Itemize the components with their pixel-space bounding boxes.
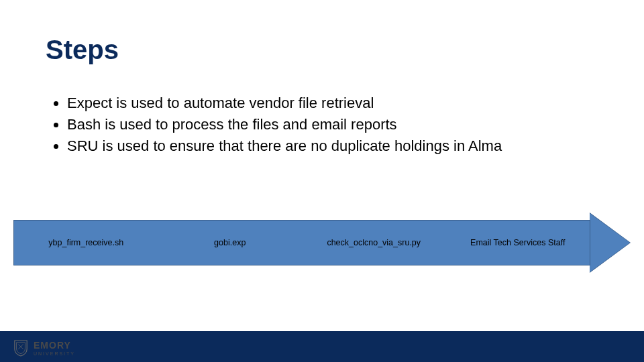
process-arrow: ybp_firm_receive.sh gobi.exp check_oclcn… <box>13 213 631 272</box>
process-step: gobi.exp <box>158 238 303 247</box>
process-step: check_oclcno_via_sru.py <box>302 238 446 247</box>
logo-sub: UNIVERSITY <box>34 351 75 356</box>
bullet-item: Bash is used to process the files and em… <box>67 114 502 135</box>
process-step: Email Tech Services Staff <box>446 238 590 247</box>
footer-bar <box>0 331 644 362</box>
logo: EMORY UNIVERSITY <box>13 339 75 357</box>
process-step: ybp_firm_receive.sh <box>14 238 158 247</box>
bullet-item: Expect is used to automate vendor file r… <box>67 93 502 114</box>
slide: Steps Expect is used to automate vendor … <box>0 0 644 362</box>
bullet-item: SRU is used to ensure that there are no … <box>67 135 502 157</box>
logo-text: EMORY UNIVERSITY <box>34 341 75 356</box>
logo-main: EMORY <box>34 341 75 350</box>
arrow-body: ybp_firm_receive.sh gobi.exp check_oclcn… <box>13 220 590 265</box>
shield-icon <box>13 339 28 357</box>
arrow-head-icon <box>590 213 630 272</box>
bullet-list: Expect is used to automate vendor file r… <box>52 93 502 157</box>
page-title: Steps <box>46 35 119 65</box>
